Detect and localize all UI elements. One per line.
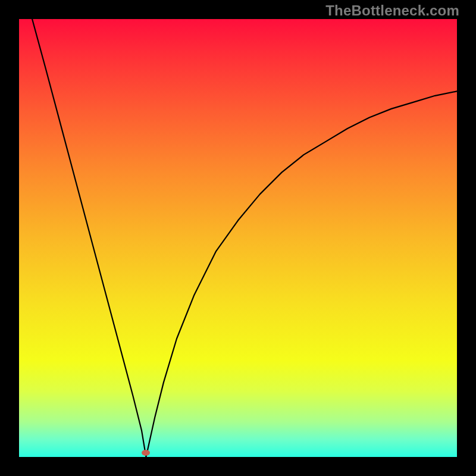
curve-layer (19, 19, 457, 457)
chart-container: TheBottleneck.com (0, 0, 476, 476)
bottleneck-curve (32, 19, 457, 457)
plot-area (19, 19, 457, 457)
minimum-marker (142, 450, 150, 456)
watermark-text: TheBottleneck.com (325, 2, 459, 19)
